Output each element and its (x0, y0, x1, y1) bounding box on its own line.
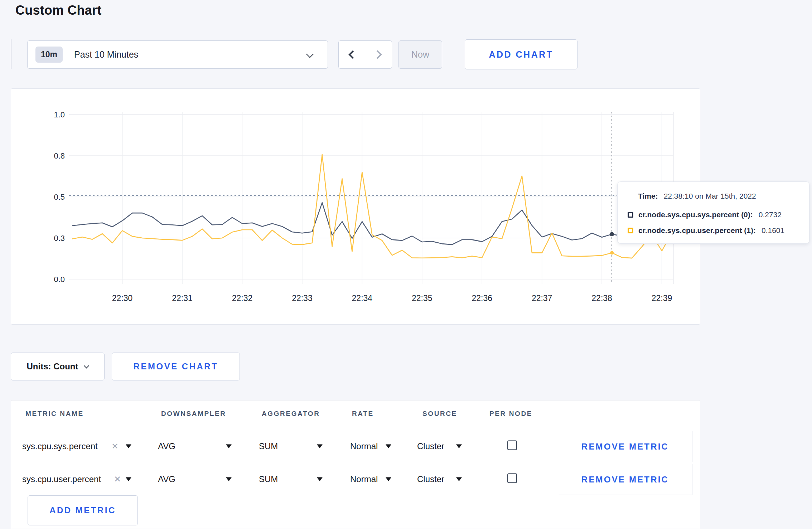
page-title: Custom Chart (15, 3, 101, 18)
tooltip-time-label: Time: (638, 192, 658, 200)
svg-text:1.0: 1.0 (54, 110, 65, 119)
rate-select[interactable]: Normal (350, 474, 378, 484)
tooltip-series-row: cr.node.sys.cpu.user.percent (1): 0.1601 (628, 226, 784, 235)
time-range-dropdown[interactable]: 10m Past 10 Minutes (27, 40, 328, 69)
rate-caret-icon[interactable] (386, 445, 391, 448)
next-range-button[interactable] (365, 41, 392, 68)
tooltip-sys-label: cr.node.sys.cpu.sys.percent (0): (638, 210, 753, 219)
downsampler-caret-icon[interactable] (226, 445, 232, 448)
user-series-swatch-icon (628, 228, 633, 233)
chevron-down-icon (306, 50, 314, 58)
svg-text:0.0: 0.0 (54, 275, 65, 284)
metrics-table: METRIC NAME DOWNSAMPLER AGGREGATOR RATE … (11, 400, 700, 529)
source-select[interactable]: Cluster (417, 474, 444, 484)
tooltip-time-row: Time: 22:38:10 on Mar 15th, 2022 (638, 192, 756, 200)
per-node-checkbox[interactable] (507, 474, 517, 483)
tooltip-user-label: cr.node.sys.cpu.user.percent (1): (638, 226, 756, 235)
cpu-chart[interactable]: 0.00.30.50.81.022:3022:3122:3222:3322:34… (11, 89, 700, 324)
source-caret-icon[interactable] (456, 477, 462, 481)
svg-text:22:30: 22:30 (112, 293, 133, 303)
remove-chart-button[interactable]: REMOVE CHART (112, 353, 240, 380)
aggregator-select[interactable]: SUM (259, 441, 278, 451)
metric-name-value[interactable]: sys.cpu.sys.percent (22, 441, 98, 451)
metric-dropdown-caret-icon[interactable] (126, 477, 131, 481)
source-select[interactable]: Cluster (417, 441, 444, 451)
aggregator-caret-icon[interactable] (317, 477, 323, 481)
col-header-metric-name: METRIC NAME (25, 410, 84, 418)
remove-metric-button[interactable]: REMOVE METRIC (558, 464, 692, 495)
tooltip-time-value: 22:38:10 on Mar 15th, 2022 (664, 192, 756, 200)
chevron-down-icon (84, 363, 90, 368)
col-header-rate: RATE (352, 410, 374, 418)
prev-range-button[interactable] (339, 41, 365, 68)
col-header-downsampler: DOWNSAMPLER (161, 410, 226, 418)
svg-text:22:34: 22:34 (352, 293, 373, 303)
time-range-badge: 10m (35, 47, 63, 63)
chart-tooltip: Time: 22:38:10 on Mar 15th, 2022 cr.node… (617, 181, 809, 244)
metric-name-value[interactable]: sys.cpu.user.percent (22, 474, 101, 484)
chevron-left-icon (348, 50, 357, 59)
col-header-per-node: PER NODE (489, 410, 532, 418)
aggregator-caret-icon[interactable] (317, 445, 323, 448)
tooltip-series-row: cr.node.sys.cpu.sys.percent (0): 0.2732 (628, 210, 782, 219)
clear-metric-icon[interactable]: ✕ (111, 441, 119, 451)
chart-card: 0.00.30.50.81.022:3022:3122:3222:3322:34… (11, 88, 700, 325)
units-dropdown[interactable]: Units: Count (11, 353, 105, 380)
col-header-aggregator: AGGREGATOR (262, 410, 320, 418)
svg-text:22:37: 22:37 (532, 293, 552, 303)
downsampler-caret-icon[interactable] (226, 477, 232, 481)
rate-caret-icon[interactable] (386, 477, 391, 481)
chevron-right-icon (373, 50, 382, 59)
downsampler-select[interactable]: AVG (158, 474, 175, 484)
svg-text:22:32: 22:32 (232, 293, 253, 303)
svg-text:22:38: 22:38 (591, 293, 612, 303)
toolbar-divider (11, 39, 11, 69)
remove-metric-button[interactable]: REMOVE METRIC (558, 431, 692, 462)
per-node-checkbox[interactable] (507, 441, 517, 450)
tooltip-sys-value: 0.2732 (759, 210, 782, 219)
svg-text:0.8: 0.8 (54, 151, 65, 160)
add-metric-button[interactable]: ADD METRIC (28, 495, 138, 525)
aggregator-select[interactable]: SUM (259, 474, 278, 484)
rate-select[interactable]: Normal (350, 441, 378, 451)
svg-text:22:39: 22:39 (652, 293, 672, 303)
add-chart-button[interactable]: ADD CHART (465, 39, 577, 69)
svg-text:22:33: 22:33 (292, 293, 313, 303)
time-range-nav (338, 40, 392, 69)
source-caret-icon[interactable] (456, 445, 462, 448)
svg-text:0.3: 0.3 (54, 234, 65, 243)
col-header-source: SOURCE (422, 410, 457, 418)
tooltip-user-value: 0.1601 (762, 226, 784, 235)
metric-dropdown-caret-icon[interactable] (126, 445, 131, 448)
time-range-label: Past 10 Minutes (74, 49, 138, 60)
sys-series-swatch-icon (628, 212, 633, 218)
downsampler-select[interactable]: AVG (158, 441, 175, 451)
clear-metric-icon[interactable]: ✕ (114, 474, 121, 484)
svg-text:22:36: 22:36 (472, 293, 492, 303)
svg-text:22:31: 22:31 (172, 293, 193, 303)
units-label: Units: Count (27, 361, 78, 372)
svg-text:22:35: 22:35 (412, 293, 432, 303)
svg-text:0.5: 0.5 (54, 193, 65, 202)
now-button[interactable]: Now (398, 40, 442, 69)
